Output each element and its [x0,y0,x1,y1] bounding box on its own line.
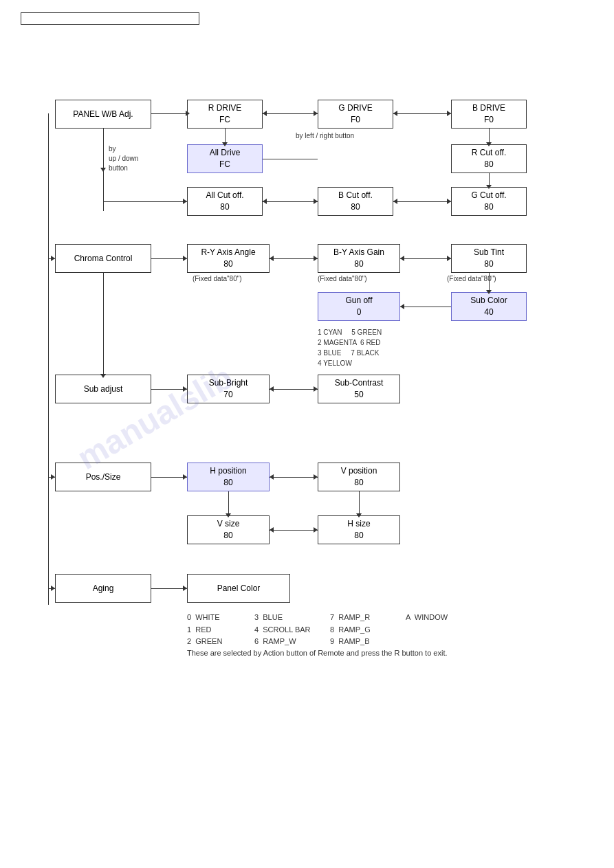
all-drive-line2: FC [219,159,230,170]
pos-size-label: Pos./Size [86,471,121,483]
v-position-line1: V position [341,465,377,477]
r-cutoff-line2: 80 [484,159,493,170]
aging-box: Aging [55,574,151,603]
pos-size-box: Pos./Size [55,463,151,491]
arrow-byaxis-left [400,256,404,261]
r-drive-line2: FC [219,114,230,126]
sub-contrast-line2: 50 [354,389,363,401]
h-size-line2: 80 [354,530,363,542]
arrow-rdrive-left [263,111,267,116]
gun-off-line1: Gun off [345,295,372,307]
line-subcolor-gunoff [400,307,451,307]
b-drive-line1: B DRIVE [472,102,505,114]
arrow-subadj-down [100,374,106,378]
fixed-data-2: (Fixed data"80") [318,275,367,282]
v-size-line2: 80 [223,530,232,542]
line-chroma-ryaxis [151,258,187,259]
arrow-ryaxis [183,256,187,261]
by-axis-box: B-Y Axis Gain 80 [318,244,400,273]
aging-label: Aging [93,583,114,594]
line-alldrive-h [263,159,318,159]
arrow-gdrive-left [393,111,397,116]
r-cutoff-box: R Cut off. 80 [451,144,527,173]
line-chroma-subadj-v [103,273,104,376]
line-panel-to-rdrive [151,113,186,114]
v-position-box: V position 80 [318,463,400,491]
panel-color-note: These are selected by Action button of R… [187,647,448,659]
panel-color-list-col2: 3 BLUE 4 SCROLL BAR 6 RAMP_W [254,612,311,648]
line-allcutoff-bcutoff [263,201,318,202]
all-cutoff-line2: 80 [220,201,229,213]
v-size-line1: V size [217,518,240,530]
arrow-rdrive-down [222,142,228,146]
arrow-subbright-left [270,386,274,392]
h-position-line1: H position [210,465,246,477]
arrow-chroma-right [51,256,55,261]
sub-tint-box: Sub Tint 80 [451,244,527,273]
arrow-ryaxis-left [270,256,274,261]
arrow-hpos-left [270,474,274,480]
panel-color-list-col3: 7 RAMP_R 8 RAMP_G 9 RAMP_B [330,612,371,648]
sub-contrast-line1: Sub-Contrast [335,377,384,389]
gun-off-box: Gun off 0 [318,292,400,321]
sub-bright-box: Sub-Bright 70 [187,375,270,403]
sub-adjust-label: Sub adjust [84,383,123,395]
ry-axis-line2: 80 [223,258,232,270]
b-cutoff-line1: B Cut off. [338,190,373,201]
all-drive-box: All Drive FC [187,144,263,173]
all-drive-line1: All Drive [210,147,241,159]
arrow-allcutoff-left [263,199,267,204]
arrow-panel-allcutoff [183,199,187,204]
line-left-main [48,113,49,605]
h-position-box: H position 80 [187,463,270,491]
h-size-box: H size 80 [318,515,400,544]
top-bar [21,12,199,25]
panel-wb-box: PANEL W/B Adj. [55,100,151,129]
arrow-panelcolor [183,586,187,591]
sub-bright-line1: Sub-Bright [209,377,248,389]
g-cutoff-box: G Cut off. 80 [451,187,527,216]
gun-off-line2: 0 [357,307,362,318]
line-hpos-vsize-v [228,491,229,515]
arrow-bcutoff-right [314,199,318,204]
r-drive-box: R DRIVE FC [187,100,263,129]
arrow-hpos-down [226,513,231,518]
line-gdrive-bdrive [393,113,451,114]
fixed-data-1: (Fixed data"80") [193,275,242,282]
arrow-aging [51,586,55,591]
h-size-line1: H size [347,518,370,530]
b-cutoff-line2: 80 [351,201,360,213]
sub-tint-line2: 80 [484,258,493,270]
g-cutoff-line1: G Cut off. [471,190,506,201]
b-drive-line2: F0 [484,114,494,126]
h-position-line2: 80 [223,477,232,489]
arrow-subbright [183,386,187,392]
arrow-vpos-right [314,474,318,480]
arrow-gcutoff-right [447,199,451,204]
chroma-control-box: Chroma Control [55,244,151,273]
ry-axis-box: R-Y Axis Angle 80 [187,244,270,273]
arrow-subtint-right [447,256,451,261]
panel-color-list-col1: 0 WHITE 1 RED 2 GREEN [187,612,222,648]
r-drive-line1: R DRIVE [208,102,242,114]
line-vsize-hsize [270,530,318,531]
sub-tint-line1: Sub Tint [474,247,504,258]
g-drive-box: G DRIVE F0 [318,100,393,129]
line-ryaxis-byaxis [270,258,318,259]
arrow-subtint-down [486,290,492,294]
line-possize-hpos [151,477,187,478]
g-drive-line2: F0 [351,114,360,126]
arrow-rcutoff-down [486,185,492,189]
all-cutoff-box: All Cut off. 80 [187,187,263,216]
line-panel-allcutoff-v [103,129,104,211]
panel-color-box: Panel Color [187,574,290,603]
arrow-vsize-left [270,527,274,533]
ry-axis-line1: R-Y Axis Angle [201,247,255,258]
arrow-vpos-down [356,513,362,518]
b-drive-box: B DRIVE F0 [451,100,527,129]
arrow-byaxis-right [314,256,318,261]
r-cutoff-line1: R Cut off. [472,147,506,159]
g-drive-line1: G DRIVE [338,102,372,114]
line-vpos-hsize-v [359,491,360,515]
gun-off-list: 1 CYAN 5 GREEN 2 MAGENTA 6 RED 3 BLUE 7 … [318,327,382,368]
